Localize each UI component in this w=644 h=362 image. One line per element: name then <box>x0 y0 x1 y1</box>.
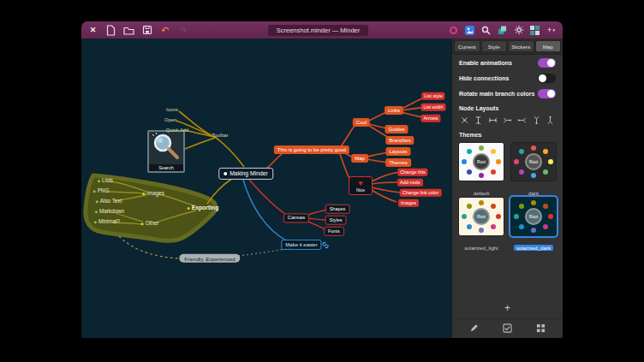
node-toolbar[interactable]: Toolbar <box>212 133 228 139</box>
save-button[interactable] <box>141 25 152 36</box>
plus-icon: + <box>547 26 552 34</box>
node-add-node[interactable]: Add-node <box>397 179 423 187</box>
node-quick-add[interactable]: Quick Add <box>166 128 188 134</box>
node-png[interactable]: PNG <box>93 187 110 194</box>
layout-to-right-icon[interactable] <box>516 115 527 125</box>
node-fonts[interactable]: Fonts <box>324 227 344 236</box>
layout-downwards-icon[interactable] <box>546 115 556 125</box>
theme-name-dark: dark <box>526 190 541 196</box>
root-node[interactable]: Making Minder <box>218 168 273 180</box>
theme-color-dot <box>514 159 519 164</box>
theme-preview-solarized-dark[interactable]: Root <box>510 197 557 236</box>
node-change-link-color[interactable]: Change link color <box>400 189 442 197</box>
close-button[interactable]: ✕ <box>87 25 98 36</box>
undo-button[interactable]: ↶ <box>159 25 170 36</box>
node-pretty-good[interactable]: This is going to be pretty good <box>274 145 349 154</box>
tab-style[interactable]: Style <box>481 40 508 52</box>
theme-color-dot <box>543 169 548 175</box>
setting-label: Hide connections <box>459 75 509 81</box>
node-lists[interactable]: Lists <box>98 177 113 184</box>
node-images-right[interactable]: Images <box>398 199 419 207</box>
checkbox-icon[interactable] <box>503 323 513 333</box>
tiles-button[interactable] <box>529 25 540 36</box>
node-nice[interactable]: ♥Nice <box>349 176 373 195</box>
theme-color-dot <box>543 149 548 154</box>
theme-color-dot <box>543 224 548 229</box>
theme-option-solarized-dark: Root solarized_dark <box>510 197 557 246</box>
theme-preview-solarized-light[interactable]: Root <box>458 197 504 236</box>
theme-color-dot <box>548 214 553 219</box>
pencil-icon[interactable] <box>469 323 480 333</box>
theme-color-dot <box>519 169 524 175</box>
node-themes[interactable]: Themes <box>385 158 411 167</box>
layout-upwards-icon[interactable] <box>531 115 541 125</box>
mindmap-canvas[interactable]: Search Making Minder Toolbar Icons Open … <box>81 39 451 338</box>
node-arrows[interactable]: Arrows <box>420 115 440 122</box>
node-make-it-easier[interactable]: Make it easier <box>281 240 321 250</box>
sidebar: Current Style Stickers Map Enable animat… <box>451 39 563 338</box>
theme-color-dot <box>531 200 536 205</box>
open-folder-button[interactable] <box>123 25 134 36</box>
layout-manual-icon[interactable] <box>459 115 469 125</box>
tab-current[interactable]: Current <box>454 40 480 52</box>
zoom-icon <box>481 26 491 35</box>
new-document-button[interactable] <box>105 25 116 36</box>
image-node-search[interactable]: Search <box>147 130 185 173</box>
node-links[interactable]: Links <box>385 106 403 115</box>
node-layouts[interactable]: Layouts <box>385 147 410 156</box>
node-open[interactable]: Open <box>164 117 176 123</box>
layers-button[interactable] <box>497 25 508 36</box>
chevron-down-icon: ▾ <box>552 27 555 33</box>
node-friendly-experienced[interactable]: Friendly, Experienced <box>179 254 240 263</box>
node-shapes[interactable]: Shapes <box>325 205 350 214</box>
theme-color-dot <box>479 228 484 233</box>
theme-color-dot <box>479 173 484 178</box>
node-change-this[interactable]: Change this <box>397 169 427 176</box>
layout-horizontal-icon[interactable] <box>488 115 498 125</box>
node-markdown[interactable]: Markdown <box>95 208 124 215</box>
layout-to-left-icon[interactable] <box>502 115 512 125</box>
node-guides[interactable]: Guides <box>385 125 408 134</box>
focus-mode-button[interactable] <box>448 25 459 36</box>
tab-stickers[interactable]: Stickers <box>508 40 534 52</box>
theme-color-dot <box>491 149 496 154</box>
node-list-style[interactable]: List style <box>421 92 444 100</box>
theme-preview-default[interactable]: Root <box>458 142 504 181</box>
add-theme-button[interactable]: + <box>499 302 516 314</box>
node-branches[interactable]: Branches <box>385 136 414 145</box>
sidebar-footer <box>452 318 563 338</box>
node-icons[interactable]: Icons <box>166 107 178 113</box>
theme-root-circle: Root <box>525 208 542 225</box>
node-bullet-icon <box>96 200 98 203</box>
theme-name-solarized-dark: solarized_dark <box>514 245 553 251</box>
hide-connections-toggle[interactable] <box>538 74 556 83</box>
zoom-button[interactable] <box>480 25 492 36</box>
redo-button[interactable]: ↷ <box>177 25 188 36</box>
theme-preview-dark[interactable]: Root <box>510 142 557 181</box>
export-image-button[interactable] <box>464 25 475 36</box>
theme-color-dot <box>496 214 501 219</box>
rotate-branch-colors-toggle[interactable] <box>538 89 556 98</box>
grid-icon[interactable] <box>536 323 546 333</box>
tab-map[interactable]: Map <box>535 40 562 52</box>
node-also-text[interactable]: Also Text <box>96 198 122 205</box>
node-map[interactable]: Map <box>351 154 368 163</box>
node-cool[interactable]: Cool <box>353 118 370 127</box>
enable-animations-toggle[interactable] <box>538 58 556 68</box>
hyperlink-icon[interactable] <box>322 237 330 252</box>
node-other[interactable]: Other <box>141 220 159 227</box>
node-minimal[interactable]: Minimal? <box>94 218 120 225</box>
new-tab-menu-button[interactable]: +▾ <box>546 25 557 36</box>
mindmap-links-layer <box>81 39 451 338</box>
theme-color-dot <box>531 173 536 178</box>
setting-row-hide-connections: Hide connections <box>452 70 563 86</box>
node-styles[interactable]: Styles <box>325 216 347 225</box>
layout-vertical-icon[interactable] <box>474 115 484 125</box>
node-exporting[interactable]: Exporting <box>188 205 219 211</box>
node-list-width[interactable]: List width <box>421 104 446 111</box>
node-images-left[interactable]: Images <box>142 190 164 197</box>
node-canvas[interactable]: Canvas <box>283 213 309 223</box>
tiles-icon <box>530 26 540 35</box>
titlebar: ✕ ↶ ↷ Screenshot.minder — Minder <box>81 21 563 39</box>
settings-button[interactable] <box>513 25 524 36</box>
